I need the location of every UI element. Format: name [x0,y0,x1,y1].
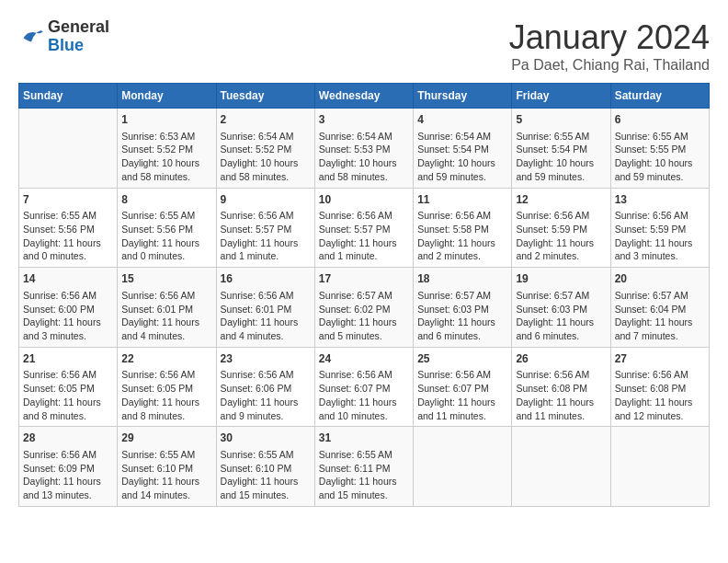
day-info: Sunset: 5:57 PM [319,223,409,236]
day-number: 30 [221,431,311,446]
calendar-cell: 23Sunrise: 6:56 AMSunset: 6:06 PMDayligh… [216,347,314,427]
day-info: Sunrise: 6:56 AM [221,209,311,223]
calendar-cell: 4Sunrise: 6:54 AMSunset: 5:54 PMDaylight… [414,109,512,189]
day-info: Daylight: 11 hours [23,475,113,488]
day-info: Sunrise: 6:56 AM [319,368,409,382]
day-number: 5 [516,112,606,128]
day-info: Sunset: 6:00 PM [23,303,113,316]
day-info: Sunrise: 6:56 AM [319,209,409,223]
day-info: Sunrise: 6:56 AM [221,289,311,303]
calendar-cell: 31Sunrise: 6:55 AMSunset: 6:11 PMDayligh… [314,427,413,507]
day-info: Sunrise: 6:56 AM [23,368,113,382]
day-info: Sunset: 5:57 PM [221,223,311,236]
day-info: Daylight: 11 hours [417,236,507,250]
day-info: Sunset: 5:59 PM [615,223,705,236]
column-header-wednesday: Wednesday [314,84,413,109]
calendar-body: 1Sunrise: 6:53 AMSunset: 5:52 PMDaylight… [19,109,710,507]
location: Pa Daet, Chiang Rai, Thailand [509,57,710,74]
day-info: Sunset: 6:01 PM [221,303,311,316]
day-info: Sunrise: 6:54 AM [319,130,409,144]
logo: General Blue [18,18,109,55]
day-info: Daylight: 11 hours [23,316,113,329]
column-header-friday: Friday [512,84,610,109]
day-info: Sunrise: 6:53 AM [121,130,211,144]
day-info: Sunrise: 6:56 AM [221,368,311,382]
day-number: 19 [516,271,606,287]
day-info: Sunrise: 6:55 AM [121,209,211,223]
day-info: Sunrise: 6:55 AM [319,448,409,462]
day-info: Daylight: 10 hours [319,156,409,170]
day-info: Sunrise: 6:56 AM [121,289,211,303]
day-number: 3 [319,112,409,128]
day-info: Sunrise: 6:56 AM [23,289,113,303]
day-info: and 0 minutes. [23,249,113,263]
day-info: and 8 minutes. [23,409,113,423]
day-info: Sunset: 6:08 PM [615,382,705,396]
day-number: 17 [319,271,409,287]
day-info: Daylight: 11 hours [121,316,211,329]
day-number: 27 [615,351,705,367]
day-number: 10 [319,192,409,208]
calendar-cell: 16Sunrise: 6:56 AMSunset: 6:01 PMDayligh… [216,268,314,348]
day-info: and 13 minutes. [23,488,113,502]
calendar-cell [19,109,118,189]
calendar-cell [512,427,610,507]
day-number: 12 [516,192,606,208]
month-title: January 2024 [509,18,710,57]
day-info: Sunset: 6:08 PM [516,382,606,396]
day-number: 24 [319,351,409,367]
day-info: Sunrise: 6:57 AM [615,289,705,303]
column-header-sunday: Sunday [19,84,118,109]
day-info: Sunset: 6:05 PM [121,382,211,396]
day-info: and 7 minutes. [615,329,705,343]
day-info: Sunrise: 6:55 AM [516,130,606,144]
day-info: and 3 minutes. [23,329,113,343]
day-info: Daylight: 11 hours [417,316,507,329]
day-number: 28 [23,431,113,446]
day-info: and 11 minutes. [516,409,606,423]
day-info: Daylight: 11 hours [615,316,705,329]
title-area: January 2024 Pa Daet, Chiang Rai, Thaila… [509,18,710,74]
day-info: and 11 minutes. [417,409,507,423]
calendar-cell: 15Sunrise: 6:56 AMSunset: 6:01 PMDayligh… [118,268,216,348]
day-info: Sunrise: 6:56 AM [615,209,705,223]
day-info: Daylight: 10 hours [615,156,705,170]
day-info: Sunrise: 6:56 AM [516,368,606,382]
calendar-cell: 10Sunrise: 6:56 AMSunset: 5:57 PMDayligh… [314,188,413,268]
day-info: Daylight: 11 hours [319,475,409,488]
day-info: Sunset: 6:01 PM [121,303,211,316]
day-info: Daylight: 11 hours [221,396,311,409]
day-info: Daylight: 10 hours [221,156,311,170]
calendar-cell: 18Sunrise: 6:57 AMSunset: 6:03 PMDayligh… [414,268,512,348]
day-info: Sunrise: 6:55 AM [121,448,211,462]
day-info: and 4 minutes. [221,329,311,343]
day-info: Daylight: 11 hours [516,396,606,409]
day-info: Daylight: 11 hours [319,236,409,250]
day-info: and 8 minutes. [121,409,211,423]
day-info: and 58 minutes. [319,170,409,184]
day-info: and 6 minutes. [417,329,507,343]
column-header-saturday: Saturday [610,84,709,109]
day-info: and 3 minutes. [615,249,705,263]
day-info: Sunset: 5:52 PM [121,143,211,156]
day-info: Sunset: 6:10 PM [121,462,211,476]
calendar-week-row: 14Sunrise: 6:56 AMSunset: 6:00 PMDayligh… [19,268,710,348]
day-info: Sunset: 5:55 PM [615,143,705,156]
calendar-week-row: 1Sunrise: 6:53 AMSunset: 5:52 PMDaylight… [19,109,710,189]
calendar-cell: 9Sunrise: 6:56 AMSunset: 5:57 PMDaylight… [216,188,314,268]
day-info: Daylight: 11 hours [221,236,311,250]
day-number: 23 [221,351,311,367]
calendar-cell: 17Sunrise: 6:57 AMSunset: 6:02 PMDayligh… [314,268,413,348]
day-info: and 58 minutes. [121,170,211,184]
day-info: Sunset: 5:54 PM [516,143,606,156]
day-number: 20 [615,271,705,287]
page-header: General Blue January 2024 Pa Daet, Chian… [18,18,710,74]
calendar-cell: 29Sunrise: 6:55 AMSunset: 6:10 PMDayligh… [118,427,216,507]
calendar-cell: 14Sunrise: 6:56 AMSunset: 6:00 PMDayligh… [19,268,118,348]
day-info: Daylight: 10 hours [516,156,606,170]
day-info: Sunset: 6:10 PM [221,462,311,476]
day-info: and 59 minutes. [417,170,507,184]
day-number: 31 [319,431,409,446]
day-info: Sunrise: 6:57 AM [516,289,606,303]
day-number: 16 [221,271,311,287]
